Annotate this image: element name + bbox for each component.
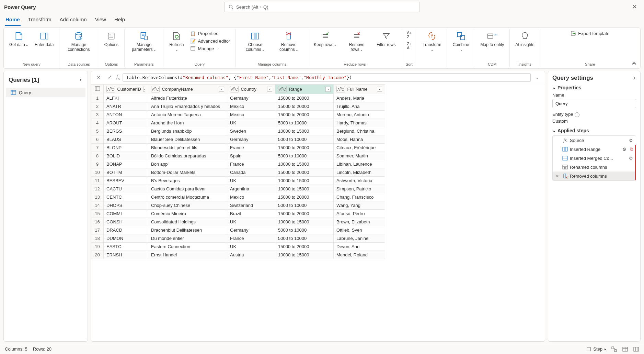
cell[interactable]: Ana Trujillo Emaredados y helados bbox=[148, 102, 227, 111]
cell[interactable]: Germany bbox=[227, 226, 275, 234]
row-number[interactable]: 10 bbox=[91, 168, 104, 177]
cell[interactable]: DUMON bbox=[104, 234, 148, 243]
table-row[interactable]: 12CACTUCactus Comidas para llevarArgenti… bbox=[91, 185, 545, 193]
cell[interactable]: 15000 to 20000 bbox=[275, 144, 334, 152]
cell[interactable]: 15000 to 20000 bbox=[275, 210, 334, 218]
cell[interactable]: Comércio Mineiro bbox=[148, 210, 227, 218]
sort-desc-button[interactable]: Z↓A bbox=[405, 41, 413, 51]
table-row[interactable]: 13CENTCCentro comercial MoctezumaMexico1… bbox=[91, 193, 545, 201]
cell[interactable]: 15000 to 20000 bbox=[275, 102, 334, 111]
table-row[interactable]: 9BONAPBon app'France10000 to 15000Libiha… bbox=[91, 160, 545, 168]
cell[interactable]: Brown, Elizabeth bbox=[334, 218, 385, 226]
filter-dropdown-icon[interactable]: ▾ bbox=[325, 87, 331, 92]
formula-accept-button[interactable]: ✓ bbox=[105, 74, 114, 82]
cell[interactable]: UK bbox=[227, 177, 275, 185]
remove-rows-button[interactable]: Remove rows⌄ bbox=[341, 30, 372, 53]
cell[interactable]: France bbox=[227, 160, 275, 168]
cell[interactable]: France bbox=[227, 144, 275, 152]
table-row[interactable]: 3ANTONAntonio Moreno TaqueriaMexico15000… bbox=[91, 111, 545, 119]
cell[interactable]: Moreno, Antonio bbox=[334, 111, 385, 119]
cell[interactable]: BLAUS bbox=[104, 135, 148, 144]
transform-button[interactable]: Transform⌄ bbox=[421, 30, 443, 53]
cell[interactable]: Ashworth, Victoria bbox=[334, 177, 385, 185]
export-template-button[interactable]: Export template bbox=[568, 30, 611, 37]
cell[interactable]: 15000 to 20000 bbox=[275, 94, 334, 102]
row-number[interactable]: 15 bbox=[91, 210, 104, 218]
close-button[interactable]: ✕ bbox=[629, 2, 640, 12]
table-row[interactable]: 20ERNSHErnst HandelAustria10000 to 15000… bbox=[91, 251, 545, 259]
cell[interactable]: Canada bbox=[227, 168, 275, 177]
cell[interactable]: Blauer See Delikatessen bbox=[148, 135, 227, 144]
query-item[interactable]: Query bbox=[6, 88, 85, 97]
table-row[interactable]: 17DRACDDrachenblut DelikatessenGermany50… bbox=[91, 226, 545, 234]
tab-add-column[interactable]: Add column bbox=[59, 14, 87, 26]
cell[interactable]: AROUT bbox=[104, 119, 148, 127]
cell[interactable]: Berglunds snabbköp bbox=[148, 127, 227, 135]
cell[interactable]: Switzerland bbox=[227, 201, 275, 210]
cell[interactable]: 5000 to 10000 bbox=[275, 234, 334, 243]
cell[interactable]: BOLID bbox=[104, 152, 148, 160]
cell[interactable]: UK bbox=[227, 243, 275, 251]
cell[interactable]: Ernst Handel bbox=[148, 251, 227, 259]
cell[interactable]: Mendel, Roland bbox=[334, 251, 385, 259]
table-row[interactable]: 8BOLIDBólido Comidas preparadasSpain5000… bbox=[91, 152, 545, 160]
cell[interactable]: CONSH bbox=[104, 218, 148, 226]
applied-step[interactable]: Inserted Merged Co...⚙ bbox=[553, 154, 636, 163]
refresh-button[interactable]: Refresh⌄ bbox=[167, 30, 186, 53]
sort-asc-button[interactable]: A↓Z bbox=[405, 30, 413, 40]
cell[interactable]: Simpson, Patricio bbox=[334, 185, 385, 193]
cell[interactable]: 5000 to 10000 bbox=[275, 201, 334, 210]
cell[interactable]: 10000 to 15000 bbox=[275, 127, 334, 135]
choose-columns-button[interactable]: Choose columns⌄ bbox=[239, 30, 271, 53]
cell[interactable]: 15000 to 20000 bbox=[275, 111, 334, 119]
table-row[interactable]: 11BESBEVB's BeveragesUK10000 to 15000Ash… bbox=[91, 177, 545, 185]
cell[interactable]: 10000 to 15000 bbox=[275, 160, 334, 168]
cell[interactable]: Around the Horn bbox=[148, 119, 227, 127]
table-view-button[interactable] bbox=[622, 346, 628, 352]
cell[interactable]: 5000 to 10000 bbox=[275, 152, 334, 160]
cell[interactable]: BLONP bbox=[104, 144, 148, 152]
cell[interactable]: 10000 to 15000 bbox=[275, 185, 334, 193]
col-header-country[interactable]: ABCCountry▾ bbox=[227, 85, 275, 94]
cell[interactable]: UK bbox=[227, 218, 275, 226]
table-row[interactable]: 6BLAUSBlauer See DelikatessenGermany5000… bbox=[91, 135, 545, 144]
row-number[interactable]: 18 bbox=[91, 234, 104, 243]
manage-parameters-button[interactable]: Manage parameters⌄ bbox=[128, 30, 160, 53]
applied-step[interactable]: fxSource⚙ bbox=[553, 136, 636, 145]
cell[interactable]: Citeaux, Frédérique bbox=[334, 144, 385, 152]
cell[interactable]: Afonso, Pedro bbox=[334, 210, 385, 218]
map-to-entity-button[interactable]: CDM Map to entity bbox=[479, 30, 506, 48]
col-header-fullname[interactable]: ABCFull Name▾ bbox=[334, 85, 385, 94]
cell[interactable]: Alfreds Futterkiste bbox=[148, 94, 227, 102]
cell[interactable]: ALFKI bbox=[104, 94, 148, 102]
table-row[interactable]: 18DUMONDu monde entierFrance5000 to 1000… bbox=[91, 234, 545, 243]
cell[interactable]: 10000 to 15000 bbox=[275, 218, 334, 226]
cell[interactable]: Brazil bbox=[227, 210, 275, 218]
table-row[interactable]: 10BOTTMBottom-Dollar MarketsCanada15000 … bbox=[91, 168, 545, 177]
cell[interactable]: BESBEV bbox=[104, 177, 148, 185]
manage-connections-button[interactable]: Manage connections bbox=[63, 30, 94, 53]
cell[interactable]: Libihan, Laurence bbox=[334, 160, 385, 168]
queries-collapse-icon[interactable] bbox=[79, 78, 83, 82]
applied-step[interactable]: abRenamed columns bbox=[553, 163, 636, 172]
filter-dropdown-icon[interactable]: ▾ bbox=[219, 87, 224, 92]
cell[interactable]: Labrune, Janine bbox=[334, 234, 385, 243]
row-number[interactable]: 7 bbox=[91, 144, 104, 152]
formula-bar-input[interactable]: Table.RemoveColumns(#"Renamed columns", … bbox=[123, 73, 531, 82]
cell[interactable]: UK bbox=[227, 119, 275, 127]
row-number[interactable]: 13 bbox=[91, 193, 104, 201]
cell[interactable]: B's Beverages bbox=[148, 177, 227, 185]
applied-steps-header[interactable]: Applied steps bbox=[552, 128, 636, 133]
cell[interactable]: BONAP bbox=[104, 160, 148, 168]
table-row[interactable]: 5BERGSBerglunds snabbköpSweden10000 to 1… bbox=[91, 127, 545, 135]
row-number[interactable]: 9 bbox=[91, 160, 104, 168]
cell[interactable]: BOTTM bbox=[104, 168, 148, 177]
cell[interactable]: Centro comercial Moctezuma bbox=[148, 193, 227, 201]
cell[interactable]: Mexico bbox=[227, 111, 275, 119]
cell[interactable]: Bottom-Dollar Markets bbox=[148, 168, 227, 177]
col-header-companyname[interactable]: ABCCompanyName▾ bbox=[148, 85, 227, 94]
cell[interactable]: Lincoln, Elizabeth bbox=[334, 168, 385, 177]
tab-view[interactable]: View bbox=[94, 14, 107, 26]
row-number[interactable]: 14 bbox=[91, 201, 104, 210]
table-row[interactable]: 16CONSHConsolidated HoldingsUK10000 to 1… bbox=[91, 218, 545, 226]
